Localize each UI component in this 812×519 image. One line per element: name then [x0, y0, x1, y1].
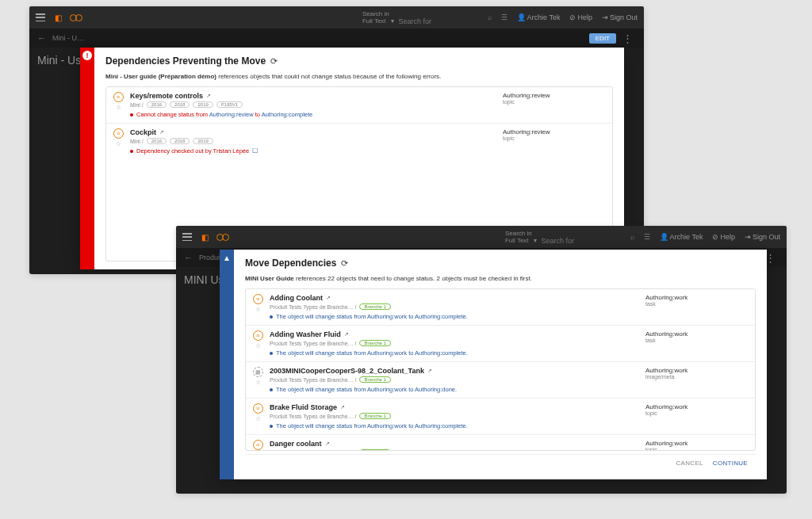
refresh-icon[interactable]: ⟳ [270, 56, 278, 67]
status-label: Authoring:work [645, 440, 749, 447]
type-label: topic [645, 410, 749, 416]
item-name: Brake Fluid Storage [270, 403, 337, 411]
star-icon[interactable]: ☆ [116, 140, 121, 147]
star-icon[interactable]: ☆ [255, 379, 261, 386]
list-item[interactable]: ≡☆Danger coolant↗Produit Tests Types de … [246, 435, 755, 451]
list-item[interactable]: ▦☆2003MINICooperCooperS-98_2_Coolant_Tan… [246, 362, 755, 399]
search-input[interactable] [542, 237, 621, 245]
star-icon[interactable]: ☆ [116, 104, 121, 111]
warning-icon: ▲ [222, 253, 232, 262]
status-label: Authoring:review [503, 128, 606, 135]
titlebar-b: ◧ Search in Full Text ▾ ⌕ ☰ 👤 Archie Tek… [176, 226, 787, 248]
search-in-label: Search in [362, 10, 478, 17]
item-name: Cockpit [130, 128, 156, 136]
user-menu[interactable]: 👤 Archie Tek [660, 233, 703, 241]
modal-subtitle: MINI User Guide references 22 objects th… [245, 275, 756, 282]
type-label: image/meta [645, 374, 749, 380]
breadcrumb[interactable]: Mini - U… [52, 34, 84, 42]
external-link-icon[interactable]: ↗ [344, 331, 349, 338]
signout-link[interactable]: ⇥ Sign Out [602, 13, 638, 21]
breadcrumb-bar-a: ← Mini - U… EDIT ⋮ [29, 29, 644, 48]
external-link-icon[interactable]: ↗ [325, 441, 330, 447]
type-label: topic [503, 99, 606, 105]
star-icon[interactable]: ☆ [255, 415, 261, 422]
continue-button[interactable]: CONTINUE [713, 460, 748, 467]
cancel-button[interactable]: CANCEL [676, 460, 703, 467]
list-item[interactable]: ≡☆Keys/remote controls↗Mini /20162018201… [106, 87, 612, 124]
external-link-icon[interactable]: ↗ [326, 295, 331, 301]
item-name: Keys/remote controls [130, 92, 203, 100]
back-icon[interactable]: ← [184, 253, 193, 262]
item-status-change: The object will change status from Autho… [270, 349, 639, 357]
external-link-icon[interactable]: ↗ [427, 368, 432, 374]
list-item[interactable]: ≡☆Cockpit↗Mini /201620182019Dependency c… [106, 124, 612, 159]
menu-icon[interactable] [182, 233, 192, 241]
item-name: Adding Coolant [270, 294, 323, 302]
modal-footer: CANCEL CONTINUE [245, 454, 756, 471]
list-item[interactable]: ≡☆Brake Fluid Storage↗Produit Tests Type… [246, 399, 755, 435]
item-name: Danger coolant [270, 440, 322, 448]
background-window-b: ◧ Search in Full Text ▾ ⌕ ☰ 👤 Archie Tek… [176, 226, 787, 494]
type-label: topic [503, 135, 606, 141]
topic-icon: ≡ [253, 294, 263, 304]
bookmark-icon[interactable]: ◧ [55, 13, 62, 22]
menu-icon[interactable] [36, 13, 45, 21]
status-label: Authoring:work [645, 330, 749, 338]
item-meta: Mini /201620182019 [130, 138, 496, 144]
item-name: Adding Washer Fluid [270, 330, 341, 338]
modal-error-stripe: ! [80, 48, 94, 269]
kebab-icon[interactable]: ⋮ [619, 32, 636, 44]
status-label: Authoring:review [503, 92, 606, 99]
item-name: 2003MINICooperCooperS-98_2_Coolant_Tank [270, 367, 424, 375]
chevron-down-icon[interactable]: ▾ [534, 237, 537, 244]
search-icon[interactable]: ⌕ [630, 233, 634, 241]
chevron-down-icon[interactable]: ▾ [391, 17, 394, 25]
refresh-icon[interactable]: ⟳ [341, 258, 348, 269]
edit-button[interactable]: EDIT [589, 33, 616, 44]
item-status-change: The object will change status from Autho… [270, 313, 639, 320]
help-link[interactable]: ⊘ Help [712, 233, 735, 241]
topic-icon: ≡ [113, 128, 124, 139]
modal-subtitle: Mini - User guide (Préparation démo) ref… [105, 73, 613, 80]
list-item[interactable]: ≡☆Adding Coolant↗Produit Tests Types de … [246, 289, 755, 326]
search-mode[interactable]: Full Text [505, 237, 529, 244]
topic-icon: ≡ [113, 92, 124, 102]
item-status-change: The object will change status from Autho… [270, 386, 639, 393]
item-meta: Produit Tests Types de Branche… /Branche… [270, 303, 639, 310]
search-input[interactable] [399, 17, 478, 25]
search-box[interactable]: Search in Full Text ▾ [362, 10, 478, 25]
list-item[interactable]: ≡☆Adding Washer Fluid↗Produit Tests Type… [246, 326, 755, 362]
modal-title: Dependencies Preventing the Move [105, 55, 266, 67]
error-icon: ! [82, 51, 92, 60]
search-mode[interactable]: Full Text [362, 17, 386, 25]
status-label: Authoring:work [645, 294, 749, 301]
filter-icon[interactable]: ☰ [501, 13, 508, 21]
item-meta: Produit Tests Types de Branche… /Branche… [270, 413, 639, 419]
search-icon[interactable]: ⌕ [488, 13, 492, 21]
item-error: Dependency checked out by Tristan Lépée … [130, 147, 496, 155]
logo-icon [71, 14, 82, 21]
status-label: Authoring:work [645, 367, 749, 374]
filter-icon[interactable]: ☰ [644, 233, 650, 241]
signout-link[interactable]: ⇥ Sign Out [745, 233, 780, 241]
search-box[interactable]: Search in Full Text ▾ [505, 230, 621, 245]
topic-icon: ≡ [253, 440, 263, 450]
image-icon: ▦ [253, 367, 263, 377]
logo-icon [218, 234, 229, 241]
bookmark-icon[interactable]: ◧ [201, 233, 209, 242]
star-icon[interactable]: ☆ [255, 342, 261, 349]
item-meta: Mini /201620182019P185V1 [130, 101, 496, 108]
item-status-change: The object will change status from Autho… [270, 422, 639, 429]
type-label: topic [645, 447, 749, 451]
item-error: Cannot change status from Authoring:revi… [130, 111, 496, 118]
external-link-icon[interactable]: ↗ [159, 129, 164, 135]
move-dependencies-modal: ▲ Move Dependencies ⟳ MINI User Guide re… [220, 250, 767, 479]
back-icon[interactable]: ← [37, 33, 46, 43]
star-icon[interactable]: ☆ [255, 306, 261, 313]
user-menu[interactable]: 👤 Archie Tek [517, 13, 561, 21]
item-meta: Produit Tests Types de Branche… /Branche… [270, 376, 639, 383]
item-meta: Produit Tests Types de Branche… /Branche… [270, 449, 639, 451]
help-link[interactable]: ⊘ Help [569, 13, 592, 21]
external-link-icon[interactable]: ↗ [340, 404, 345, 410]
external-link-icon[interactable]: ↗ [206, 93, 211, 99]
